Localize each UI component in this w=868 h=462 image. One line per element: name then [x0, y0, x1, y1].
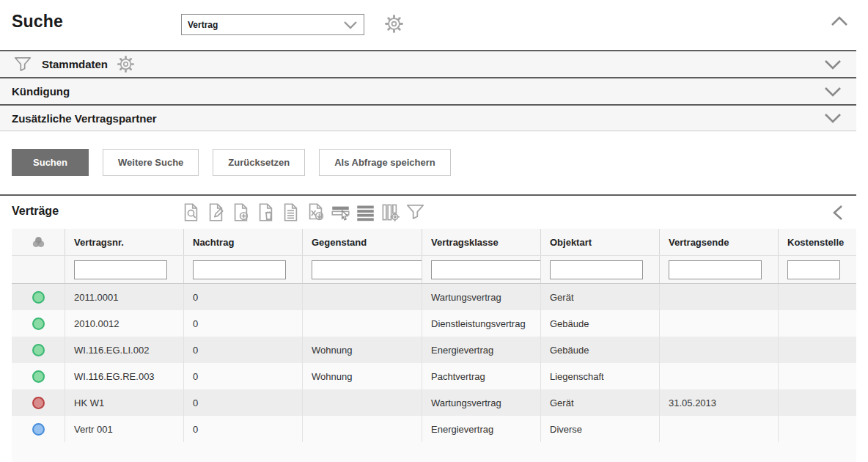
cell-nachtrag: 0	[183, 416, 302, 442]
table-row[interactable]: 2011.0001 0 Wartungsvertrag Gerät	[12, 284, 856, 310]
filter-input-gegenstand[interactable]	[312, 260, 422, 279]
row-view-icon	[356, 202, 375, 222]
chevron-down-icon	[824, 113, 842, 123]
filter-input-vertragsklasse[interactable]	[431, 260, 540, 279]
cell-vertragsende	[659, 310, 778, 337]
table-row[interactable]: WI.116.EG.LI.002 0 Wohnung Energievertra…	[12, 337, 856, 363]
cell-vertragsnr: 2010.0012	[65, 310, 183, 337]
status-dot-red	[32, 397, 45, 409]
filter-input-kostenstelle[interactable]	[787, 260, 840, 279]
table-footer-area	[12, 442, 856, 462]
expand-section-button[interactable]	[824, 59, 842, 70]
cell-vertragsklasse: Wartungsvertrag	[422, 389, 540, 416]
export-excel-icon	[306, 202, 326, 222]
filter-funnel-button[interactable]	[405, 202, 425, 222]
cell-gegenstand: Wohnung	[302, 363, 422, 389]
filter-input-objektart[interactable]	[550, 260, 643, 279]
table-row[interactable]: HK W1 0 Wartungsvertrag Gerät 31.05.2013	[12, 389, 856, 416]
column-header[interactable]: Vertragsnr.	[65, 229, 183, 255]
cell-nachtrag: 0	[183, 337, 302, 363]
cell-vertragsnr: WI.116.EG.LI.002	[65, 337, 183, 363]
cell-nachtrag: 0	[183, 389, 302, 416]
cell-nachtrag: 0	[183, 363, 302, 389]
cell-objektart: Diverse	[540, 416, 659, 442]
accordion-label: Kündigung	[12, 85, 70, 98]
accordion-section-stammdaten[interactable]: Stammdaten	[0, 50, 856, 77]
cell-vertragsnr: 2011.0001	[65, 284, 183, 310]
delete-document-icon	[256, 202, 276, 222]
cell-vertragsklasse: Pachtvertrag	[422, 363, 540, 389]
cell-objektart: Gebäude	[540, 310, 659, 337]
edit-document-icon	[206, 202, 226, 222]
status-dot-green	[32, 291, 45, 304]
add-document-button[interactable]	[231, 202, 251, 222]
contract-search-page: Suche Vertrag	[0, 0, 868, 462]
export-excel-button[interactable]	[306, 202, 326, 222]
more-search-button[interactable]: Weitere Suche	[103, 149, 199, 176]
cell-gegenstand	[302, 416, 422, 442]
cell-vertragsende: 31.05.2013	[659, 389, 778, 416]
report-document-icon	[281, 202, 301, 222]
chevron-down-icon	[343, 21, 358, 29]
select-rows-button[interactable]	[331, 202, 350, 222]
status-dot-green	[32, 318, 45, 330]
column-header[interactable]: Nachtrag	[183, 229, 302, 255]
cell-vertragsende	[659, 363, 778, 389]
column-header[interactable]: Kostenstelle	[778, 229, 856, 255]
filter-input-vertragsende[interactable]	[669, 260, 762, 279]
cell-kostenstelle	[778, 389, 856, 416]
status-column-header	[12, 229, 65, 255]
table-row[interactable]: WI.116.EG.RE.003 0 Wohnung Pachtvertrag …	[12, 363, 856, 389]
table-filter-row	[12, 256, 856, 284]
delete-document-button[interactable]	[256, 202, 276, 222]
table-row[interactable]: 2010.0012 0 Dienstleistungsvertrag Gebäu…	[12, 310, 856, 337]
cell-kostenstelle	[778, 337, 856, 363]
cell-nachtrag: 0	[183, 310, 302, 337]
search-settings-gear-icon[interactable]	[384, 14, 404, 34]
status-cluster-icon	[31, 235, 46, 250]
page-title: Suche	[12, 12, 63, 32]
open-document-button[interactable]	[181, 202, 201, 222]
cell-vertragsende	[659, 337, 778, 363]
accordion-section-kuendigung[interactable]: Kündigung	[0, 77, 856, 104]
section-settings-gear-icon[interactable]	[117, 55, 135, 73]
select-rows-icon	[331, 202, 350, 222]
accordion-section-vertragspartner[interactable]: Zusätzliche Vertragspartner	[0, 104, 856, 131]
add-document-icon	[231, 202, 251, 222]
chevron-up-icon	[831, 16, 848, 26]
column-config-button[interactable]	[380, 202, 400, 222]
chevron-left-icon	[833, 205, 843, 221]
cell-vertragsklasse: Wartungsvertrag	[422, 284, 540, 310]
table-row[interactable]: Vertr 001 0 Energievertrag Diverse	[12, 416, 856, 442]
accordion-label: Zusätzliche Vertragspartner	[12, 112, 157, 125]
cell-kostenstelle	[778, 416, 856, 442]
search-button[interactable]: Suchen	[12, 149, 89, 176]
reset-button[interactable]: Zurücksetzen	[213, 149, 305, 176]
collapse-results-button[interactable]	[833, 205, 843, 221]
edit-document-button[interactable]	[206, 202, 226, 222]
cell-vertragsnr: WI.116.EG.RE.003	[65, 363, 183, 389]
status-dot-green	[32, 370, 45, 383]
search-type-value: Vertrag	[182, 20, 343, 30]
column-header[interactable]: Objektart	[540, 229, 659, 255]
cell-vertragsnr: Vertr 001	[65, 416, 183, 442]
cell-gegenstand	[302, 389, 422, 416]
collapse-search-panel-button[interactable]	[831, 16, 848, 26]
expand-section-button[interactable]	[824, 87, 842, 97]
row-view-button[interactable]	[356, 202, 375, 222]
column-header[interactable]: Vertragsende	[659, 229, 778, 255]
filter-input-nachtrag[interactable]	[193, 260, 286, 279]
cell-kostenstelle	[778, 310, 856, 337]
column-header[interactable]: Gegenstand	[302, 229, 422, 255]
cell-kostenstelle	[778, 284, 856, 310]
table-header-row: Vertragsnr. Nachtrag Gegenstand Vertrags…	[12, 229, 856, 256]
column-header[interactable]: Vertragsklasse	[422, 229, 540, 255]
expand-section-button[interactable]	[824, 113, 842, 123]
search-type-select[interactable]: Vertrag	[181, 14, 364, 35]
cell-objektart: Liegenschaft	[540, 363, 659, 389]
chevron-down-icon	[824, 59, 842, 70]
filter-input-vertragsnr[interactable]	[74, 260, 167, 279]
report-document-button[interactable]	[281, 202, 301, 222]
cell-vertragsende	[659, 416, 778, 442]
save-query-button[interactable]: Als Abfrage speichern	[319, 149, 451, 176]
